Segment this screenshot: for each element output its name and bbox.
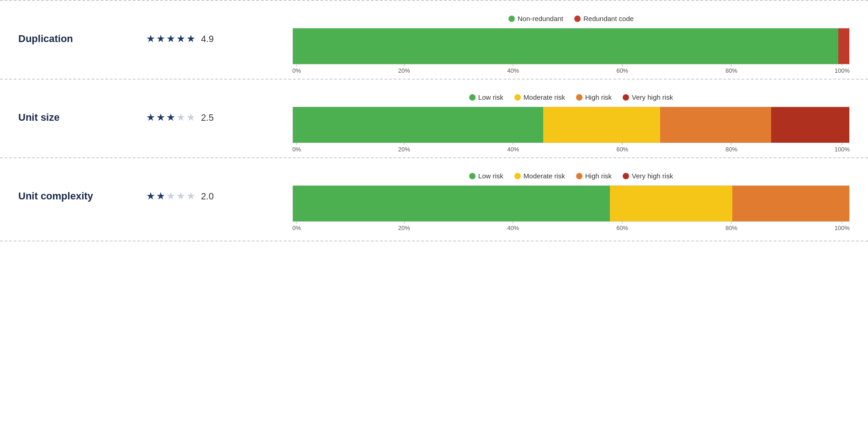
star-filled: ★ — [146, 112, 155, 123]
stars-duplication: ★★★★★ — [146, 33, 196, 45]
axis-tick-0: 0% — [292, 225, 301, 231]
bar-segment-0 — [293, 186, 610, 221]
section-inner-duplication: Duplication★★★★★4.9Non-redundantRedundan… — [18, 15, 850, 74]
axis-tick-4: 80% — [725, 225, 737, 231]
legend-dot-3 — [623, 173, 629, 179]
section-duplication: Duplication★★★★★4.9Non-redundantRedundan… — [0, 0, 868, 79]
bar-segment-1 — [838, 28, 849, 64]
axis-unit_complexity: 0%20%40%60%80%100% — [292, 225, 850, 231]
legend-item-0: Low risk — [469, 172, 503, 180]
star-filled: ★ — [166, 112, 175, 123]
star-empty: ★ — [166, 190, 175, 202]
axis-tick-3: 60% — [616, 225, 628, 231]
axis-tick-4: 80% — [725, 67, 737, 74]
metric-name-unit_complexity: Unit complexity — [18, 190, 137, 202]
legend-dot-2 — [576, 173, 582, 179]
star-filled: ★ — [156, 190, 165, 202]
bar-container-duplication — [292, 28, 850, 64]
legend-label-1: Moderate risk — [524, 93, 565, 101]
axis-tick-3: 60% — [616, 67, 628, 74]
bar-segment-1 — [610, 186, 732, 221]
legend-label-3: Very high risk — [632, 172, 673, 180]
axis-tick-3: 60% — [616, 146, 628, 153]
axis-tick-1: 20% — [398, 225, 410, 231]
legend-item-0: Non-redundant — [508, 15, 563, 22]
axis-tick-1: 20% — [398, 67, 410, 74]
bar-container-unit_complexity — [292, 185, 850, 222]
metric-name-unit_size: Unit size — [18, 112, 137, 123]
axis-tick-5: 100% — [835, 146, 850, 153]
legend-dot-0 — [469, 94, 476, 101]
axis-tick-0: 0% — [292, 67, 301, 74]
metric-info-duplication: Duplication★★★★★4.9 — [18, 15, 274, 45]
legend-item-1: Moderate risk — [514, 93, 565, 101]
legend-dot-2 — [576, 94, 582, 101]
section-inner-unit_complexity: Unit complexity★★★★★2.0Low riskModerate … — [18, 172, 850, 231]
axis-tick-1: 20% — [398, 146, 410, 153]
legend-label-3: Very high risk — [632, 93, 673, 101]
main-container: Duplication★★★★★4.9Non-redundantRedundan… — [0, 0, 868, 241]
legend-item-2: High risk — [576, 93, 612, 101]
section-unit_complexity: Unit complexity★★★★★2.0Low riskModerate … — [0, 157, 868, 236]
bar-segment-1 — [543, 107, 660, 143]
star-filled: ★ — [176, 33, 185, 45]
axis-unit_size: 0%20%40%60%80%100% — [292, 146, 850, 153]
bar-segment-2 — [732, 186, 849, 221]
axis-duplication: 0%20%40%60%80%100% — [292, 67, 850, 74]
legend-item-0: Low risk — [469, 93, 503, 101]
star-empty: ★ — [176, 112, 185, 123]
metric-name-duplication: Duplication — [18, 33, 137, 45]
bar-segment-0 — [293, 107, 543, 143]
axis-tick-2: 40% — [507, 225, 519, 231]
legend-item-1: Redundant code — [574, 15, 634, 22]
axis-tick-5: 100% — [835, 67, 850, 74]
legend-label-0: Low risk — [478, 172, 503, 180]
star-empty: ★ — [186, 190, 196, 202]
axis-tick-2: 40% — [507, 67, 519, 74]
stars-unit_size: ★★★★★ — [146, 112, 196, 123]
axis-tick-0: 0% — [292, 146, 301, 153]
legend-item-1: Moderate risk — [514, 172, 565, 180]
star-empty: ★ — [176, 190, 185, 202]
legend-item-3: Very high risk — [623, 172, 673, 180]
axis-tick-5: 100% — [835, 225, 850, 231]
star-filled: ★ — [156, 33, 165, 45]
legend-label-2: High risk — [585, 93, 612, 101]
star-filled: ★ — [156, 112, 165, 123]
legend-duplication: Non-redundantRedundant code — [292, 15, 850, 22]
legend-dot-0 — [508, 16, 515, 22]
axis-tick-2: 40% — [507, 146, 519, 153]
chart-area-unit_size: Low riskModerate riskHigh riskVery high … — [274, 93, 850, 153]
legend-dot-1 — [514, 94, 521, 101]
bar-container-unit_size — [292, 107, 850, 143]
chart-area-duplication: Non-redundantRedundant code0%20%40%60%80… — [274, 15, 850, 74]
legend-label-2: High risk — [585, 172, 612, 180]
star-filled: ★ — [146, 190, 155, 202]
bar-wrapper-unit_complexity: 0%20%40%60%80%100% — [292, 185, 850, 231]
star-filled: ★ — [186, 33, 196, 45]
legend-dot-3 — [623, 94, 629, 101]
legend-dot-1 — [574, 16, 581, 22]
legend-label-1: Redundant code — [583, 15, 634, 22]
legend-label-0: Non-redundant — [518, 15, 563, 22]
section-inner-unit_size: Unit size★★★★★2.5Low riskModerate riskHi… — [18, 93, 850, 153]
legend-unit_complexity: Low riskModerate riskHigh riskVery high … — [292, 172, 850, 180]
legend-dot-0 — [469, 173, 476, 179]
bar-segment-0 — [293, 28, 838, 64]
rating-value-duplication: 4.9 — [201, 34, 214, 44]
stars-rating-unit_size: ★★★★★2.5 — [146, 112, 214, 123]
star-filled: ★ — [166, 33, 175, 45]
metric-info-unit_size: Unit size★★★★★2.5 — [18, 93, 274, 123]
chart-area-unit_complexity: Low riskModerate riskHigh riskVery high … — [274, 172, 850, 231]
bar-wrapper-unit_size: 0%20%40%60%80%100% — [292, 107, 850, 153]
stars-rating-duplication: ★★★★★4.9 — [146, 33, 214, 45]
bar-segment-3 — [771, 107, 849, 143]
legend-item-3: Very high risk — [623, 93, 673, 101]
stars-rating-unit_complexity: ★★★★★2.0 — [146, 190, 214, 202]
rating-value-unit_size: 2.5 — [201, 113, 214, 123]
rating-value-unit_complexity: 2.0 — [201, 191, 214, 202]
legend-unit_size: Low riskModerate riskHigh riskVery high … — [292, 93, 850, 101]
stars-unit_complexity: ★★★★★ — [146, 190, 196, 202]
star-empty: ★ — [186, 112, 196, 123]
axis-tick-4: 80% — [725, 146, 737, 153]
